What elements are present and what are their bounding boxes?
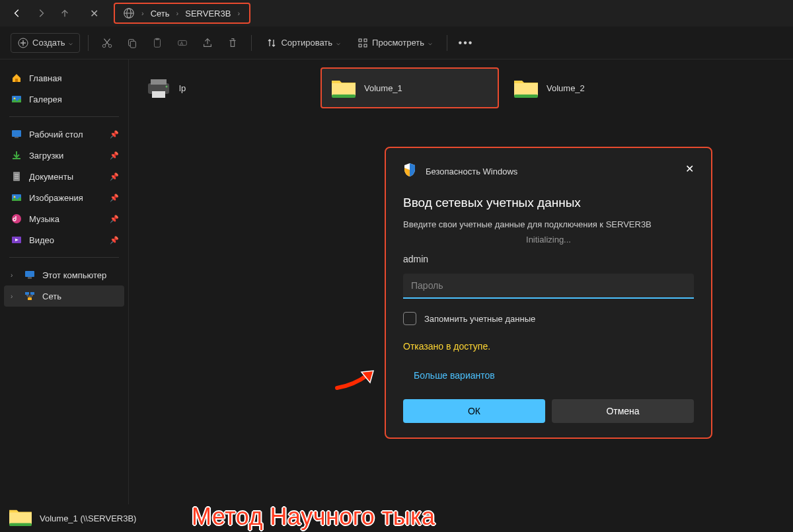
watermark-text: Метод Научного тыка: [192, 503, 435, 531]
pin-icon: 📌: [110, 215, 119, 223]
svg-text:A: A: [180, 40, 184, 46]
remember-checkbox[interactable]: [403, 312, 416, 325]
credentials-dialog: Безопасность Windows ✕ Ввод сетевых учет…: [385, 147, 712, 439]
share-folder-icon: [8, 506, 33, 530]
pictures-icon: [11, 192, 22, 204]
rename-icon[interactable]: A: [172, 32, 193, 54]
svg-rect-29: [25, 271, 34, 277]
svg-point-5: [109, 44, 112, 48]
more-options-link[interactable]: Больше вариантов: [403, 370, 694, 381]
sidebar-desktop[interactable]: Рабочий стол 📌: [4, 124, 124, 145]
sidebar-pictures[interactable]: Изображения 📌: [4, 187, 124, 208]
sidebar-music[interactable]: Музыка 📌: [4, 208, 124, 229]
chevron-right-icon: ›: [233, 9, 244, 17]
sidebar-home[interactable]: Главная: [4, 67, 124, 89]
svg-rect-40: [9, 523, 32, 526]
copy-icon[interactable]: [122, 32, 143, 54]
sidebar-thispc[interactable]: › Этот компьютер: [4, 264, 124, 285]
item-printer[interactable]: lp: [137, 67, 315, 108]
downloads-icon: [11, 149, 22, 161]
breadcrumb-network[interactable]: Сеть: [148, 9, 172, 19]
chevron-right-icon: ›: [137, 9, 148, 17]
svg-rect-38: [332, 95, 356, 98]
nav-up-button[interactable]: [53, 1, 77, 25]
item-volume2[interactable]: Volume_2: [504, 67, 683, 108]
item-label: Volume_1: [364, 83, 402, 93]
svg-rect-13: [364, 39, 367, 42]
svg-rect-31: [25, 292, 29, 295]
svg-rect-12: [359, 39, 361, 42]
sidebar-gallery[interactable]: Галерея: [4, 89, 124, 110]
pin-icon: 📌: [110, 130, 119, 139]
svg-rect-19: [12, 130, 21, 137]
dialog-initializing: Initializing...: [403, 235, 694, 245]
svg-rect-39: [514, 95, 538, 98]
breadcrumb[interactable]: › Сеть › SERVER3B ›: [114, 3, 250, 24]
item-label: lp: [179, 83, 186, 93]
chevron-right-icon: ›: [11, 272, 17, 279]
dialog-subtitle: Введите свои учетные данные для подключе…: [403, 219, 694, 229]
arrow-annotation: [334, 367, 380, 396]
home-icon: [11, 72, 22, 84]
share-folder-icon: [512, 74, 540, 102]
toolbar-separator: [447, 35, 447, 51]
dialog-username: admin: [403, 254, 694, 264]
cut-icon[interactable]: [96, 32, 118, 54]
pin-icon: 📌: [110, 151, 119, 160]
more-icon[interactable]: •••: [455, 32, 476, 54]
pin-icon: 📌: [110, 172, 119, 181]
ok-button[interactable]: ОК: [403, 399, 545, 423]
svg-rect-14: [359, 44, 361, 47]
svg-rect-7: [131, 41, 136, 48]
svg-point-37: [166, 86, 168, 88]
dialog-security-title: Безопасность Windows: [426, 167, 517, 176]
paste-icon[interactable]: [147, 32, 168, 54]
desktop-icon: [11, 128, 22, 140]
breadcrumb-server[interactable]: SERVER3B: [182, 9, 233, 19]
svg-point-4: [103, 44, 106, 48]
pin-icon: 📌: [110, 194, 119, 202]
dialog-close-button[interactable]: ✕: [685, 163, 694, 175]
cancel-button[interactable]: Отмена: [552, 399, 694, 423]
svg-rect-30: [28, 277, 32, 279]
view-button[interactable]: Просмотреть ⌵: [351, 34, 439, 52]
item-volume1[interactable]: Volume_1: [321, 67, 499, 108]
svg-rect-20: [15, 137, 19, 138]
svg-rect-33: [28, 297, 32, 300]
computer-icon: [24, 269, 36, 281]
sidebar-videos[interactable]: Видео 📌: [4, 229, 124, 250]
sidebar-documents[interactable]: Документы 📌: [4, 166, 124, 187]
network-icon: [24, 290, 36, 302]
sidebar-divider: [9, 257, 119, 258]
delete-icon[interactable]: [222, 32, 243, 54]
share-folder-icon: [330, 74, 358, 102]
nav-close-button[interactable]: ✕: [82, 1, 106, 25]
sidebar-divider: [9, 116, 119, 117]
chevron-right-icon: ›: [172, 9, 183, 17]
titlebar: ✕ › Сеть › SERVER3B ›: [0, 0, 793, 26]
sidebar-downloads[interactable]: Загрузки 📌: [4, 145, 124, 166]
nav-back-button[interactable]: [5, 1, 29, 25]
gallery-icon: [11, 93, 22, 105]
sidebar-network[interactable]: › Сеть: [4, 285, 124, 307]
music-icon: [11, 213, 22, 225]
toolbar-separator: [251, 35, 252, 51]
shield-icon: [403, 163, 416, 180]
share-icon[interactable]: [197, 32, 218, 54]
svg-rect-35: [151, 79, 167, 85]
sort-button[interactable]: Сортировать ⌵: [260, 34, 347, 52]
dialog-title: Ввод сетевых учетных данных: [403, 196, 694, 210]
svg-rect-15: [364, 44, 367, 47]
toolbar-separator: [88, 35, 89, 51]
create-button[interactable]: Создать ⌵: [11, 33, 80, 53]
nav-forward-button[interactable]: [29, 1, 53, 25]
svg-rect-8: [155, 38, 161, 47]
svg-rect-32: [30, 292, 34, 295]
toolbar: Создать ⌵ A Сортировать ⌵ Просмотреть ⌵ …: [0, 26, 793, 59]
chevron-right-icon: ›: [11, 293, 17, 300]
printer-icon: [145, 74, 172, 102]
taskbar-item[interactable]: Volume_1 (\\SERVER3B): [8, 506, 136, 530]
pin-icon: 📌: [110, 236, 119, 245]
password-input[interactable]: [403, 274, 694, 299]
dialog-error: Отказано в доступе.: [403, 341, 694, 352]
